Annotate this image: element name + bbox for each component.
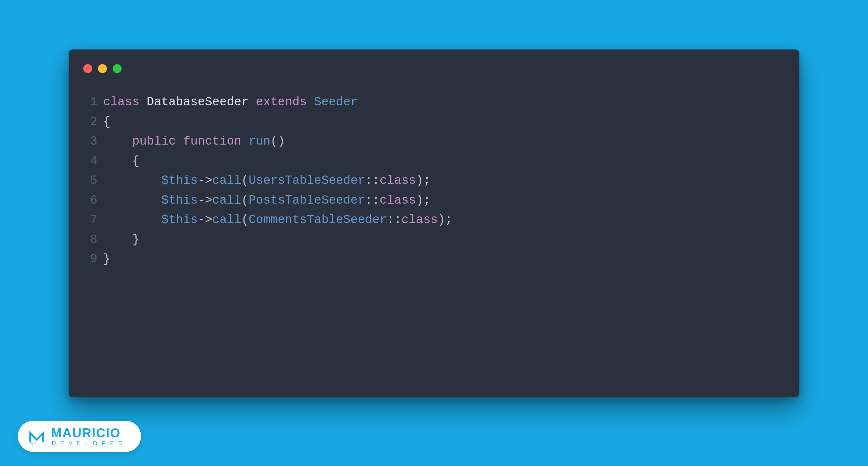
code-line: 3 public function run()	[88, 131, 780, 151]
line-content: public function run()	[103, 131, 285, 151]
logo-subtitle: DEVELOPER	[51, 440, 127, 446]
code-token: class	[401, 213, 438, 227]
code-token: ::	[387, 213, 401, 227]
code-token: ()	[271, 134, 285, 148]
code-token	[241, 134, 249, 148]
code-token: ->	[197, 193, 212, 207]
code-line: 6 $this->call(PostsTableSeeder::class);	[88, 191, 780, 210]
code-line: 8 }	[88, 230, 780, 250]
code-token: class	[380, 174, 416, 187]
line-content: {	[103, 112, 111, 132]
line-content: {	[103, 151, 140, 171]
code-token	[249, 95, 256, 109]
line-content: $this->call(PostsTableSeeder::class);	[103, 191, 431, 210]
line-number: 4	[88, 151, 103, 171]
code-token: ->	[197, 213, 212, 227]
minimize-icon[interactable]	[98, 64, 107, 73]
line-content: $this->call(CommentsTableSeeder::class);	[103, 210, 453, 230]
code-token	[103, 193, 161, 207]
code-token: {	[103, 154, 140, 168]
code-token	[103, 134, 132, 148]
code-token: call	[212, 213, 241, 227]
code-token: UsersTableSeeder	[249, 174, 365, 187]
line-number: 3	[88, 131, 103, 151]
code-token: ::	[365, 193, 380, 207]
code-token	[176, 134, 183, 148]
code-line: 1class DatabaseSeeder extends Seeder	[88, 92, 780, 112]
line-number: 8	[88, 230, 103, 250]
code-line: 7 $this->call(CommentsTableSeeder::class…	[88, 210, 780, 230]
code-token: );	[438, 213, 453, 227]
line-number: 9	[88, 249, 103, 269]
line-content: }	[103, 249, 111, 269]
svg-text:</>: </>	[30, 441, 36, 445]
code-token: $this	[161, 174, 197, 187]
code-token	[140, 95, 147, 109]
code-token: function	[183, 134, 241, 148]
code-token: }	[103, 252, 111, 266]
logo-mark-icon: </>	[28, 428, 45, 445]
window-traffic-lights	[69, 60, 799, 73]
code-token: call	[212, 174, 241, 187]
code-token: $this	[161, 193, 197, 207]
code-token: );	[416, 193, 431, 207]
code-token: public	[132, 134, 176, 148]
code-token: call	[212, 193, 241, 207]
code-token: ->	[197, 174, 212, 187]
code-token: }	[103, 233, 140, 246]
line-number: 6	[88, 191, 103, 210]
code-token: class	[380, 193, 416, 207]
logo-text: MAURICIO DEVELOPER	[51, 427, 127, 446]
code-line: 4 {	[88, 151, 780, 171]
code-line: 5 $this->call(UsersTableSeeder::class);	[88, 171, 780, 191]
logo-title: MAURICIO	[51, 427, 127, 439]
code-token	[103, 174, 161, 187]
maximize-icon[interactable]	[113, 64, 122, 73]
code-token: PostsTableSeeder	[249, 193, 365, 207]
line-number: 2	[88, 112, 103, 132]
line-content: }	[103, 230, 140, 250]
code-editor: 1class DatabaseSeeder extends Seeder2{3 …	[69, 92, 799, 269]
code-token: Seeder	[314, 95, 358, 109]
code-token: $this	[161, 213, 197, 227]
code-line: 2{	[88, 112, 780, 132]
line-number: 1	[88, 92, 103, 112]
code-token: );	[416, 174, 431, 187]
code-window: 1class DatabaseSeeder extends Seeder2{3 …	[69, 50, 799, 397]
code-token: ::	[365, 174, 380, 187]
svg-marker-0	[29, 431, 44, 442]
code-token: run	[249, 134, 270, 148]
line-number: 7	[88, 210, 103, 230]
code-token: CommentsTableSeeder	[249, 213, 387, 227]
code-token: class	[103, 95, 140, 109]
line-content: $this->call(UsersTableSeeder::class);	[103, 171, 431, 191]
brand-logo: </> MAURICIO DEVELOPER	[18, 421, 141, 452]
code-token: extends	[256, 95, 307, 109]
line-content: class DatabaseSeeder extends Seeder	[103, 92, 358, 112]
close-icon[interactable]	[83, 64, 92, 73]
code-token	[307, 95, 314, 109]
code-token	[103, 213, 161, 227]
code-token: (	[241, 174, 249, 187]
line-number: 5	[88, 171, 103, 191]
code-line: 9}	[88, 249, 780, 269]
code-token: (	[241, 193, 249, 207]
code-token: (	[241, 213, 249, 227]
code-token: {	[103, 115, 111, 129]
code-token: DatabaseSeeder	[147, 95, 249, 109]
